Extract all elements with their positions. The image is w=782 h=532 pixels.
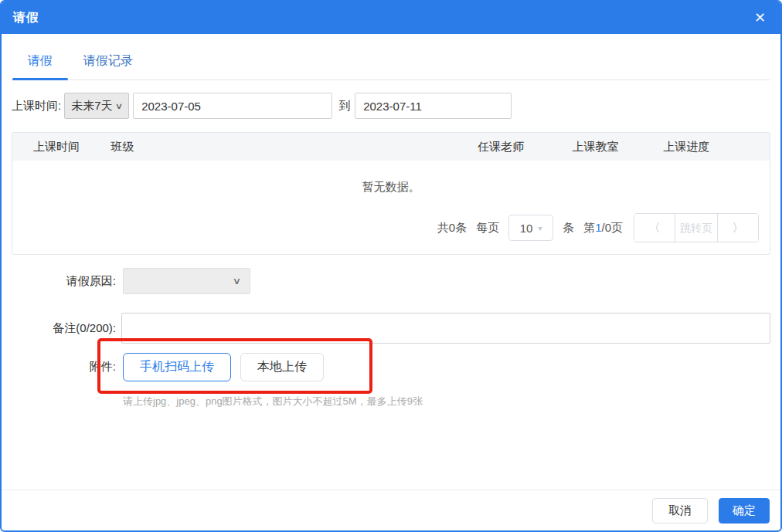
scan-upload-button[interactable]: 手机扫码上传 — [123, 353, 231, 381]
pagination-bar: 共0条 每页 10 ▾ 条 第1/0页 〈 〉 — [12, 195, 770, 254]
pagination-unit-label: 条 — [563, 221, 574, 236]
start-date-input[interactable] — [133, 93, 332, 119]
leave-reason-label: 请假原因: — [12, 274, 116, 289]
column-header-teacher: 任课老师 — [451, 140, 549, 154]
column-header-class: 班级 — [110, 140, 451, 154]
page-indicator: 第1/0页 — [583, 221, 623, 236]
page-indicator-suffix: /0页 — [601, 221, 623, 234]
date-to-label: 到 — [338, 99, 350, 114]
dialog-title: 请假 — [13, 10, 39, 26]
chevron-down-icon: ∨ — [115, 101, 123, 111]
class-time-filter-row: 上课时间: 未来7天 ∨ 到 — [12, 93, 770, 119]
pager-button-group: 〈 〉 — [634, 213, 759, 242]
local-upload-button[interactable]: 本地上传 — [240, 353, 324, 381]
jump-page-input[interactable] — [675, 214, 718, 242]
page-indicator-prefix: 第 — [583, 221, 595, 234]
tab-leave-history[interactable]: 请假记录 — [68, 44, 148, 80]
leave-reason-select[interactable]: ∨ — [123, 268, 250, 294]
upload-hint-text: 请上传jpg、jpeg、png图片格式，图片大小不超过5M，最多上传9张 — [123, 395, 770, 408]
tab-bar: 请假 请假记录 — [12, 44, 770, 80]
remark-input[interactable] — [121, 313, 770, 344]
dialog-titlebar: 请假 ✕ — [2, 2, 780, 34]
column-header-classroom: 上课教室 — [550, 140, 641, 154]
cancel-button[interactable]: 取消 — [652, 498, 708, 524]
remark-label: 备注(0/200): — [12, 321, 116, 336]
dialog-content: 请假 请假记录 上课时间: 未来7天 ∨ 到 上课时间 班级 任课老师 上课教室… — [2, 34, 780, 490]
schedule-table: 上课时间 班级 任课老师 上课教室 上课进度 暂无数据。 共0条 每页 10 ▾… — [12, 132, 770, 255]
table-header-row: 上课时间 班级 任课老师 上课教室 上课进度 — [12, 133, 770, 161]
next-page-button[interactable]: 〉 — [718, 214, 758, 242]
pagination-per-page-label: 每页 — [476, 221, 499, 236]
dialog-footer: 取消 确定 — [2, 490, 780, 530]
prev-page-button[interactable]: 〈 — [634, 214, 675, 242]
class-time-label: 上课时间: — [12, 99, 61, 114]
tab-leave-request[interactable]: 请假 — [12, 44, 68, 80]
confirm-button[interactable]: 确定 — [719, 498, 770, 524]
attachment-label: 附件: — [12, 360, 116, 374]
leave-reason-row: 请假原因: ∨ — [12, 268, 770, 294]
leave-request-dialog: 请假 ✕ 请假 请假记录 上课时间: 未来7天 ∨ 到 上课时间 班级 任课老师… — [0, 0, 782, 532]
page-size-select[interactable]: 10 ▾ — [508, 215, 553, 241]
pagination-total: 共0条 — [437, 221, 467, 236]
caret-down-icon: ▾ — [538, 224, 542, 232]
remark-row: 备注(0/200): — [12, 313, 770, 344]
close-icon[interactable]: ✕ — [751, 9, 769, 26]
attachment-row: 附件: 手机扫码上传 本地上传 — [12, 353, 770, 381]
column-header-progress: 上课进度 — [641, 140, 732, 154]
date-range-value: 未来7天 — [71, 99, 112, 114]
column-header-class-time: 上课时间 — [12, 140, 110, 154]
chevron-down-icon: ∨ — [233, 276, 241, 286]
end-date-input[interactable] — [355, 93, 512, 119]
date-range-select[interactable]: 未来7天 ∨ — [64, 93, 129, 119]
table-empty-text: 暂无数据。 — [12, 161, 770, 195]
page-size-value: 10 — [520, 222, 533, 235]
